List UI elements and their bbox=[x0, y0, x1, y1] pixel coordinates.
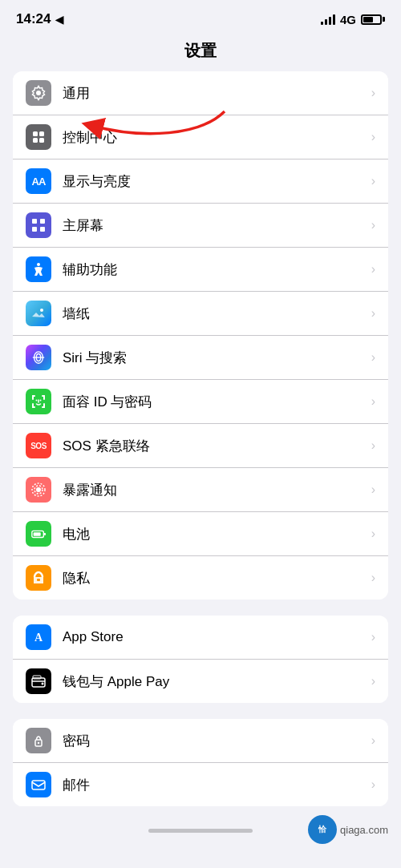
bar1 bbox=[321, 22, 323, 25]
row-homescreen[interactable]: 主屏幕 › bbox=[13, 204, 388, 248]
row-general[interactable]: 通用 › bbox=[13, 71, 388, 115]
icon-battery bbox=[26, 521, 51, 547]
icon-sos: SOS bbox=[26, 433, 51, 458]
row-appstore[interactable]: A App Store › bbox=[13, 616, 388, 660]
watermark: 恰 qiaga.com bbox=[308, 815, 388, 844]
settings-group-2: A App Store › 钱包与 Apple Pay › bbox=[13, 616, 388, 703]
svg-rect-31 bbox=[32, 781, 45, 789]
chevron-wallet: › bbox=[371, 674, 375, 688]
network-type: 4G bbox=[340, 13, 356, 26]
row-sos[interactable]: SOS SOS 紧急联络 › bbox=[13, 424, 388, 468]
svg-rect-23 bbox=[37, 579, 40, 581]
chevron-privacy: › bbox=[371, 571, 375, 585]
chevron-display: › bbox=[371, 174, 375, 188]
row-privacy[interactable]: 隐私 › bbox=[13, 556, 388, 600]
row-wallpaper[interactable]: 墙纸 › bbox=[13, 292, 388, 336]
svg-rect-8 bbox=[40, 227, 45, 232]
svg-rect-6 bbox=[40, 219, 45, 224]
settings-group-3: 密码 › 邮件 › bbox=[13, 719, 388, 806]
label-wallpaper: 墙纸 bbox=[63, 305, 365, 323]
icon-accessibility bbox=[26, 256, 51, 282]
chevron-siri: › bbox=[371, 350, 375, 365]
watermark-text: qiaga.com bbox=[340, 824, 388, 836]
label-general: 通用 bbox=[63, 84, 365, 103]
icon-siri bbox=[26, 345, 51, 370]
icon-control-center bbox=[26, 124, 51, 150]
svg-point-14 bbox=[36, 400, 38, 402]
icon-wallpaper bbox=[26, 301, 51, 326]
row-accessibility[interactable]: 辅助功能 › bbox=[13, 248, 388, 292]
chevron-homescreen: › bbox=[371, 218, 375, 232]
svg-rect-5 bbox=[32, 219, 37, 224]
svg-text:A: A bbox=[34, 632, 43, 644]
signal-bars bbox=[321, 14, 335, 25]
svg-rect-21 bbox=[43, 533, 46, 535]
chevron-faceid: › bbox=[371, 394, 375, 409]
battery-body bbox=[361, 14, 382, 25]
label-faceid: 面容 ID 与密码 bbox=[63, 393, 365, 411]
row-wallet[interactable]: 钱包与 Apple Pay › bbox=[13, 660, 388, 703]
row-siri[interactable]: Siri 与搜索 › bbox=[13, 336, 388, 380]
icon-general bbox=[26, 80, 51, 106]
label-password: 密码 bbox=[63, 732, 365, 750]
status-bar: 14:24 ◀ 4G bbox=[0, 0, 401, 34]
icon-appstore: A bbox=[26, 624, 51, 650]
status-time: 14:24 ◀ bbox=[16, 11, 63, 27]
label-accessibility: 辅助功能 bbox=[63, 260, 365, 279]
label-display: 显示与亮度 bbox=[63, 172, 365, 191]
battery-fill bbox=[363, 17, 373, 22]
bar3 bbox=[329, 17, 331, 25]
label-privacy: 隐私 bbox=[63, 569, 365, 587]
svg-point-17 bbox=[36, 487, 41, 492]
svg-rect-1 bbox=[33, 131, 38, 136]
location-icon: ◀ bbox=[55, 14, 63, 26]
battery-icon bbox=[361, 14, 385, 25]
label-wallet: 钱包与 Apple Pay bbox=[63, 672, 365, 691]
status-icons: 4G bbox=[321, 13, 385, 26]
icon-faceid bbox=[26, 389, 51, 414]
svg-rect-26 bbox=[32, 678, 45, 687]
label-sos: SOS 紧急联络 bbox=[63, 437, 365, 455]
label-appstore: App Store bbox=[63, 629, 365, 645]
row-control-center[interactable]: 控制中心 › bbox=[13, 115, 388, 159]
row-mail[interactable]: 邮件 › bbox=[13, 763, 388, 806]
chevron-exposure: › bbox=[371, 482, 375, 497]
chevron-accessibility: › bbox=[371, 262, 375, 277]
svg-point-0 bbox=[36, 91, 41, 95]
label-control-center: 控制中心 bbox=[63, 128, 365, 147]
settings-group-1: 通用 › 控制中心 › AA 显示与亮度 bbox=[0, 71, 401, 600]
row-exposure[interactable]: 暴露通知 › bbox=[13, 468, 388, 512]
home-bar bbox=[148, 829, 253, 833]
svg-point-9 bbox=[37, 263, 40, 266]
chevron-mail: › bbox=[371, 777, 375, 792]
row-display[interactable]: AA 显示与亮度 › bbox=[13, 159, 388, 204]
watermark-logo: 恰 bbox=[308, 815, 337, 844]
row-password[interactable]: 密码 › bbox=[13, 719, 388, 763]
page-title: 设置 bbox=[0, 34, 401, 71]
icon-homescreen bbox=[26, 212, 51, 238]
chevron-password: › bbox=[371, 733, 375, 748]
row-faceid[interactable]: 面容 ID 与密码 › bbox=[13, 380, 388, 424]
icon-mail bbox=[26, 772, 51, 797]
chevron-sos: › bbox=[371, 438, 375, 453]
svg-point-28 bbox=[42, 683, 44, 685]
icon-privacy bbox=[26, 565, 51, 591]
bar4 bbox=[333, 14, 335, 25]
chevron-battery: › bbox=[371, 527, 375, 541]
icon-display: AA bbox=[26, 168, 51, 194]
battery-tip bbox=[383, 17, 385, 22]
svg-rect-4 bbox=[39, 138, 44, 143]
icon-wallet bbox=[26, 668, 51, 694]
svg-rect-7 bbox=[32, 227, 37, 232]
svg-point-10 bbox=[40, 309, 43, 312]
icon-password bbox=[26, 728, 51, 753]
bar2 bbox=[325, 19, 327, 25]
row-battery[interactable]: 电池 › bbox=[13, 512, 388, 556]
icon-exposure bbox=[26, 477, 51, 503]
label-mail: 邮件 bbox=[63, 776, 365, 794]
label-homescreen: 主屏幕 bbox=[63, 216, 365, 235]
chevron-general: › bbox=[371, 86, 375, 100]
svg-rect-22 bbox=[34, 532, 41, 536]
label-exposure: 暴露通知 bbox=[63, 481, 365, 499]
chevron-control-center: › bbox=[371, 130, 375, 144]
